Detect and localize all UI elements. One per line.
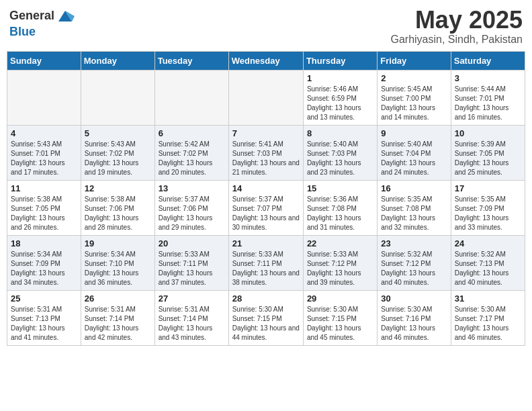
day-info: Sunrise: 5:40 AM Sunset: 7:04 PM Dayligh… [381, 140, 447, 177]
day-info: Sunrise: 5:34 AM Sunset: 7:09 PM Dayligh… [11, 250, 77, 287]
day-cell-24: 24Sunrise: 5:32 AM Sunset: 7:13 PM Dayli… [451, 235, 525, 290]
day-cell-8: 8Sunrise: 5:40 AM Sunset: 7:03 PM Daylig… [303, 125, 377, 180]
day-info: Sunrise: 5:31 AM Sunset: 7:14 PM Dayligh… [85, 305, 151, 342]
day-cell-21: 21Sunrise: 5:33 AM Sunset: 7:11 PM Dayli… [228, 235, 303, 290]
empty-cell [81, 70, 154, 125]
day-cell-23: 23Sunrise: 5:32 AM Sunset: 7:12 PM Dayli… [378, 235, 451, 290]
day-cell-27: 27Sunrise: 5:31 AM Sunset: 7:14 PM Dayli… [154, 290, 228, 345]
day-header-friday: Friday [378, 51, 451, 70]
day-info: Sunrise: 5:46 AM Sunset: 6:59 PM Dayligh… [307, 85, 373, 122]
day-info: Sunrise: 5:39 AM Sunset: 7:05 PM Dayligh… [455, 140, 521, 177]
day-info: Sunrise: 5:35 AM Sunset: 7:09 PM Dayligh… [455, 195, 521, 232]
day-number: 27 [159, 293, 225, 304]
day-info: Sunrise: 5:32 AM Sunset: 7:12 PM Dayligh… [381, 250, 447, 287]
month-title: May 2025 [390, 7, 523, 34]
day-info: Sunrise: 5:32 AM Sunset: 7:13 PM Dayligh… [455, 250, 521, 287]
day-cell-12: 12Sunrise: 5:38 AM Sunset: 7:06 PM Dayli… [81, 180, 154, 235]
day-number: 16 [381, 183, 447, 193]
day-number: 10 [455, 128, 521, 138]
day-number: 12 [85, 183, 151, 193]
empty-cell [7, 70, 81, 125]
day-number: 18 [11, 238, 77, 248]
day-info: Sunrise: 5:43 AM Sunset: 7:02 PM Dayligh… [85, 140, 151, 177]
day-number: 5 [85, 128, 151, 138]
day-number: 23 [381, 238, 447, 248]
day-cell-14: 14Sunrise: 5:37 AM Sunset: 7:07 PM Dayli… [228, 180, 303, 235]
day-cell-9: 9Sunrise: 5:40 AM Sunset: 7:04 PM Daylig… [378, 125, 451, 180]
day-info: Sunrise: 5:37 AM Sunset: 7:07 PM Dayligh… [232, 195, 300, 232]
day-cell-16: 16Sunrise: 5:35 AM Sunset: 7:08 PM Dayli… [378, 180, 451, 235]
day-cell-22: 22Sunrise: 5:33 AM Sunset: 7:12 PM Dayli… [303, 235, 377, 290]
day-info: Sunrise: 5:40 AM Sunset: 7:03 PM Dayligh… [307, 140, 373, 177]
week-row-5: 25Sunrise: 5:31 AM Sunset: 7:13 PM Dayli… [7, 290, 525, 345]
day-info: Sunrise: 5:38 AM Sunset: 7:06 PM Dayligh… [85, 195, 151, 232]
day-number: 1 [307, 73, 373, 83]
logo: General Blue [9, 7, 75, 39]
day-number: 8 [307, 128, 373, 138]
day-cell-25: 25Sunrise: 5:31 AM Sunset: 7:13 PM Dayli… [7, 290, 81, 345]
day-info: Sunrise: 5:30 AM Sunset: 7:15 PM Dayligh… [307, 305, 373, 342]
empty-cell [228, 70, 303, 125]
day-cell-20: 20Sunrise: 5:33 AM Sunset: 7:11 PM Dayli… [154, 235, 228, 290]
day-cell-15: 15Sunrise: 5:36 AM Sunset: 7:08 PM Dayli… [303, 180, 377, 235]
logo-icon [56, 7, 75, 26]
day-number: 22 [307, 238, 373, 248]
day-info: Sunrise: 5:45 AM Sunset: 7:00 PM Dayligh… [381, 85, 447, 122]
day-info: Sunrise: 5:31 AM Sunset: 7:13 PM Dayligh… [11, 305, 77, 342]
day-info: Sunrise: 5:35 AM Sunset: 7:08 PM Dayligh… [381, 195, 447, 232]
day-cell-28: 28Sunrise: 5:30 AM Sunset: 7:15 PM Dayli… [228, 290, 303, 345]
days-header-row: SundayMondayTuesdayWednesdayThursdayFrid… [7, 51, 525, 70]
day-cell-18: 18Sunrise: 5:34 AM Sunset: 7:09 PM Dayli… [7, 235, 81, 290]
day-number: 29 [307, 293, 373, 304]
title-area: May 2025 Garhiyasin, Sindh, Pakistan [390, 7, 523, 46]
day-info: Sunrise: 5:37 AM Sunset: 7:06 PM Dayligh… [159, 195, 225, 232]
day-header-sunday: Sunday [7, 51, 81, 70]
day-number: 31 [455, 293, 521, 304]
week-row-2: 4Sunrise: 5:43 AM Sunset: 7:01 PM Daylig… [7, 125, 525, 180]
day-header-wednesday: Wednesday [228, 51, 303, 70]
day-number: 15 [307, 183, 373, 193]
week-row-3: 11Sunrise: 5:38 AM Sunset: 7:05 PM Dayli… [7, 180, 525, 235]
empty-cell [154, 70, 228, 125]
day-cell-2: 2Sunrise: 5:45 AM Sunset: 7:00 PM Daylig… [378, 70, 451, 125]
logo-text-blue: Blue [9, 25, 36, 38]
day-info: Sunrise: 5:34 AM Sunset: 7:10 PM Dayligh… [85, 250, 151, 287]
day-number: 19 [85, 238, 151, 248]
day-info: Sunrise: 5:36 AM Sunset: 7:08 PM Dayligh… [307, 195, 373, 232]
day-number: 25 [11, 293, 77, 304]
week-row-1: 1Sunrise: 5:46 AM Sunset: 6:59 PM Daylig… [7, 70, 525, 125]
day-number: 13 [159, 183, 225, 193]
day-info: Sunrise: 5:30 AM Sunset: 7:17 PM Dayligh… [455, 305, 521, 342]
day-number: 9 [381, 128, 447, 138]
day-number: 7 [232, 128, 300, 138]
day-cell-17: 17Sunrise: 5:35 AM Sunset: 7:09 PM Dayli… [451, 180, 525, 235]
day-cell-26: 26Sunrise: 5:31 AM Sunset: 7:14 PM Dayli… [81, 290, 154, 345]
day-info: Sunrise: 5:33 AM Sunset: 7:12 PM Dayligh… [307, 250, 373, 287]
day-info: Sunrise: 5:33 AM Sunset: 7:11 PM Dayligh… [232, 250, 300, 287]
day-cell-29: 29Sunrise: 5:30 AM Sunset: 7:15 PM Dayli… [303, 290, 377, 345]
day-cell-31: 31Sunrise: 5:30 AM Sunset: 7:17 PM Dayli… [451, 290, 525, 345]
day-number: 20 [159, 238, 225, 248]
day-cell-13: 13Sunrise: 5:37 AM Sunset: 7:06 PM Dayli… [154, 180, 228, 235]
day-info: Sunrise: 5:41 AM Sunset: 7:03 PM Dayligh… [232, 140, 300, 177]
day-number: 24 [455, 238, 521, 248]
day-info: Sunrise: 5:31 AM Sunset: 7:14 PM Dayligh… [159, 305, 225, 342]
day-info: Sunrise: 5:33 AM Sunset: 7:11 PM Dayligh… [159, 250, 225, 287]
day-cell-7: 7Sunrise: 5:41 AM Sunset: 7:03 PM Daylig… [228, 125, 303, 180]
day-cell-30: 30Sunrise: 5:30 AM Sunset: 7:16 PM Dayli… [378, 290, 451, 345]
day-number: 26 [85, 293, 151, 304]
day-cell-10: 10Sunrise: 5:39 AM Sunset: 7:05 PM Dayli… [451, 125, 525, 180]
location-subtitle: Garhiyasin, Sindh, Pakistan [390, 34, 523, 46]
day-header-saturday: Saturday [451, 51, 525, 70]
day-info: Sunrise: 5:30 AM Sunset: 7:15 PM Dayligh… [232, 305, 300, 342]
day-info: Sunrise: 5:42 AM Sunset: 7:02 PM Dayligh… [159, 140, 225, 177]
day-cell-5: 5Sunrise: 5:43 AM Sunset: 7:02 PM Daylig… [81, 125, 154, 180]
day-number: 28 [232, 293, 300, 304]
day-number: 17 [455, 183, 521, 193]
day-cell-3: 3Sunrise: 5:44 AM Sunset: 7:01 PM Daylig… [451, 70, 525, 125]
logo-text-general: General [9, 9, 54, 23]
day-info: Sunrise: 5:38 AM Sunset: 7:05 PM Dayligh… [11, 195, 77, 232]
day-cell-19: 19Sunrise: 5:34 AM Sunset: 7:10 PM Dayli… [81, 235, 154, 290]
day-number: 11 [11, 183, 77, 193]
day-info: Sunrise: 5:30 AM Sunset: 7:16 PM Dayligh… [381, 305, 447, 342]
